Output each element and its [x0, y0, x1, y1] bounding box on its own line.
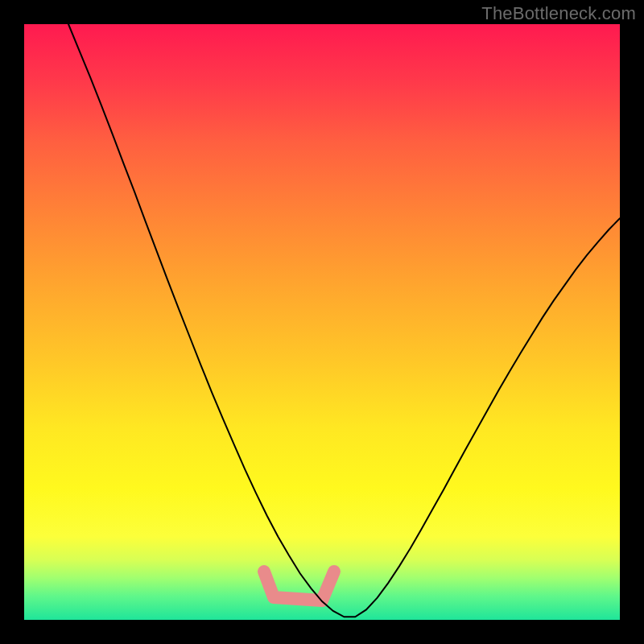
trough-highlight [264, 572, 334, 601]
chart-frame: TheBottleneck.com [0, 0, 644, 644]
watermark-text: TheBottleneck.com [481, 3, 636, 24]
chart-overlay [24, 24, 620, 620]
bottleneck-curve [68, 24, 620, 617]
